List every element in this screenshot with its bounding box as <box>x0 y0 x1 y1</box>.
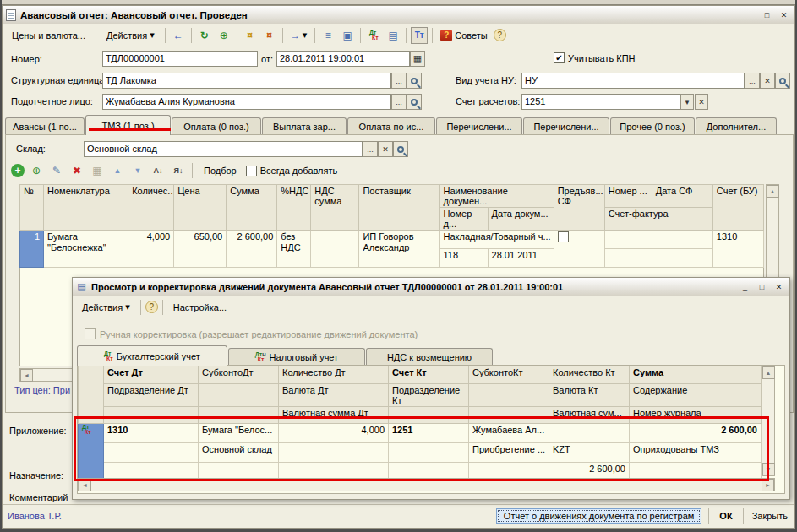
cell-vat-sum[interactable] <box>311 231 359 268</box>
scroll-right-icon[interactable]: ► <box>762 479 774 491</box>
movements-hscrollbar[interactable]: ◄ ► <box>78 478 775 491</box>
scroll-left-icon[interactable]: ◄ <box>79 479 91 491</box>
structural-unit-open-button[interactable] <box>407 73 422 89</box>
table-row[interactable]: 1 Бумага "Белоснежка" 4,000 650,00 2 600… <box>20 231 764 249</box>
col-subconto-kt[interactable]: СубконтоКт <box>469 366 549 384</box>
col-num[interactable]: № <box>20 185 44 231</box>
col-invoice-number[interactable]: Номер ... <box>604 185 652 208</box>
cell-invoice-date[interactable] <box>652 231 712 249</box>
col-invoice-group[interactable]: Счет-фактура <box>604 208 712 231</box>
cell-account[interactable]: 1310 <box>712 231 763 268</box>
col-doc-number[interactable]: Номер д... <box>439 208 488 231</box>
structural-unit-ellipsis-button[interactable]: ... <box>391 73 407 89</box>
person-ellipsis-button[interactable]: ... <box>391 94 407 110</box>
settlement-account-clear-button[interactable]: ✕ <box>695 94 708 110</box>
prices-currency-button[interactable]: Цены и валюта... <box>6 28 91 43</box>
scroll-up-icon[interactable]: ▲ <box>767 185 779 198</box>
col-department-kt[interactable]: Подразделение Кт <box>389 384 469 407</box>
tab-tax-accounting[interactable]: ДтНКт Налоговый учет <box>228 348 365 366</box>
date-input[interactable]: 28.01.2011 19:00:01 <box>276 51 410 67</box>
cell-doc-number[interactable]: 118 <box>439 249 488 268</box>
advice-button[interactable]: ? Советы <box>437 27 490 44</box>
close-button-icon[interactable]: ✕ <box>772 281 786 293</box>
col-department-dt[interactable]: Подразделение Дт <box>104 384 199 407</box>
col-doc-date[interactable]: Дата докум... <box>488 208 554 231</box>
cell-account-dt[interactable]: 1310 <box>104 424 199 443</box>
col-currency-sum-kt[interactable]: Валютная сум... <box>549 407 630 424</box>
movement-row[interactable]: Основной склад Приобретение ... KZT Опри… <box>79 443 762 463</box>
person-input[interactable]: Жумабаева Алия Курмановна <box>102 94 391 110</box>
save-icon[interactable]: ▦ <box>89 162 106 179</box>
movements-titlebar[interactable]: ▤ Просмотр и корректировка движений доку… <box>73 278 789 296</box>
close-window-button[interactable]: Закрыть <box>751 509 789 523</box>
minimize-button-icon[interactable]: _ <box>743 9 757 21</box>
scroll-up-icon[interactable]: ▲ <box>762 366 775 379</box>
cell-doc-date[interactable]: 28.01.2011 <box>488 249 554 268</box>
tab-vyplata[interactable]: Выплата зар... <box>262 117 347 135</box>
settlement-account-input[interactable]: 1251 <box>521 94 680 110</box>
totals-icon[interactable]: Тт <box>411 27 428 44</box>
advance-report-titlebar[interactable]: Авансовый отчет: Авансовый отчет. Провед… <box>3 6 794 24</box>
edit-row-icon[interactable]: ✎ <box>48 162 65 179</box>
nu-ellipsis-button[interactable]: ... <box>745 73 760 89</box>
structural-unit-input[interactable]: ТД Лакомка <box>102 73 391 89</box>
col-account-kt[interactable]: Счет Кт <box>389 366 469 384</box>
person-open-button[interactable] <box>407 94 422 110</box>
tab-vat-refund[interactable]: НДС к возмещению <box>366 348 493 366</box>
close-button-icon[interactable]: ✕ <box>777 9 791 21</box>
tab-prochee[interactable]: Прочее (0 поз.) <box>610 117 695 135</box>
cell-invoice-number[interactable] <box>604 231 652 249</box>
cell-account-kt[interactable]: 1251 <box>389 424 469 443</box>
copy-row-icon[interactable]: ⊕ <box>28 162 45 179</box>
cell-doc-name[interactable]: Накладная/Товарный ч... <box>439 231 554 249</box>
warehouse-open-button[interactable] <box>393 141 408 157</box>
movements-report-button[interactable]: Отчет о движениях документа по регистрам <box>496 508 702 524</box>
cell-vat-percent[interactable]: без НДС <box>277 231 311 268</box>
cell-content[interactable]: Оприходованы ТМЗ <box>630 443 762 463</box>
copy-icon[interactable]: ⊕ <box>216 27 232 44</box>
cell-subconto-dt-1[interactable]: Бумага "Белос... <box>199 424 279 443</box>
tab-tmz[interactable]: ТМЗ (1 поз.) <box>85 115 171 135</box>
cell-subconto-dt-2[interactable]: Основной склад <box>199 443 279 463</box>
col-vat-percent[interactable]: %НДС <box>277 185 311 231</box>
tab-oplata[interactable]: Оплата (0 поз.) <box>172 117 261 135</box>
always-add-checkbox[interactable]: Всегда добавлять <box>246 166 338 176</box>
actions-button[interactable]: Действия▾ <box>101 27 161 43</box>
col-sum[interactable]: Сумма <box>227 185 277 231</box>
movements-vscrollbar[interactable]: ▲ ▼ <box>762 366 775 476</box>
col-journal-number[interactable]: Номер журнала <box>630 407 762 424</box>
sort-asc-icon[interactable]: А↓ <box>150 162 166 179</box>
cell-quantity[interactable]: 4,000 <box>128 231 174 268</box>
pick-button[interactable]: Подбор <box>198 163 243 178</box>
warehouse-ellipsis-button[interactable]: ... <box>363 141 378 157</box>
col-account[interactable]: Счет (БУ) <box>712 185 763 231</box>
col-currency-sum-dt[interactable]: Валютная сумма Дт <box>279 407 389 424</box>
cell-price[interactable]: 650,00 <box>174 231 227 268</box>
col-quantity-kt[interactable]: Количество Кт <box>549 366 630 384</box>
cell-supplier[interactable]: ИП Говоров Александр <box>359 231 439 268</box>
cell-currency-kt[interactable]: KZT <box>549 443 630 463</box>
scroll-down-icon[interactable]: ▼ <box>762 463 775 475</box>
cell-presented[interactable] <box>554 231 604 268</box>
movements-table[interactable]: Счет Дт СубконтоДт Количество Дт Счет Кт… <box>78 366 762 482</box>
ok-button[interactable]: ОК <box>716 509 735 523</box>
cell-nomenclature[interactable]: Бумага "Белоснежка" <box>44 231 128 268</box>
col-account-dt[interactable]: Счет Дт <box>104 366 199 384</box>
col-quantity[interactable]: Количес... <box>128 185 174 231</box>
manual-adjustment-checkbox[interactable]: Ручная корректировка (разрешает редактир… <box>85 328 418 339</box>
document-journal-icon[interactable]: ▤ <box>385 27 401 44</box>
go-button[interactable]: →▾ <box>287 27 311 43</box>
tab-perechisleniya-2[interactable]: Перечислени... <box>523 117 609 135</box>
col-quantity-dt[interactable]: Количество Дт <box>279 366 389 384</box>
post-document-icon[interactable]: ← <box>170 27 187 44</box>
warehouse-input[interactable]: Основной склад <box>84 141 363 157</box>
nu-clear-button[interactable]: ✕ <box>760 73 775 89</box>
kpn-checkbox[interactable]: ✔ Учитывать КПН <box>554 52 636 63</box>
col-subconto-dt[interactable]: СубконтоДт <box>199 366 279 384</box>
col-sum[interactable]: Сумма <box>630 366 762 384</box>
help-icon[interactable]: ? <box>145 301 158 313</box>
col-currency-dt[interactable]: Валюта Дт <box>279 384 389 407</box>
tab-avansy[interactable]: Авансы (1 по... <box>5 117 85 135</box>
col-content[interactable]: Содержание <box>630 384 762 407</box>
list-settings-icon[interactable]: ≡ <box>319 27 336 44</box>
